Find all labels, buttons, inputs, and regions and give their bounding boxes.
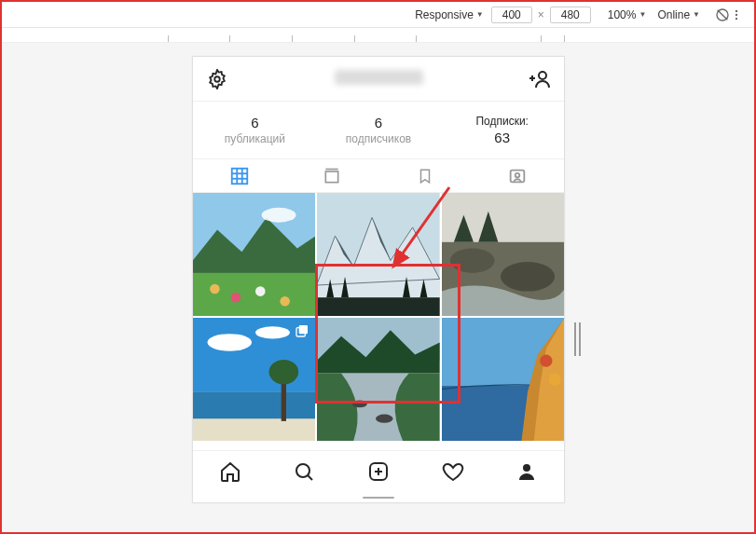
svg-point-62 <box>296 464 309 477</box>
browser-devtools-frame: Responsive ▼ 400 × 480 100% ▼ Online ▼ <box>0 0 756 534</box>
svg-point-48 <box>269 360 299 384</box>
svg-point-43 <box>208 334 253 350</box>
home-icon <box>219 460 241 483</box>
viewport-width-input[interactable]: 400 <box>491 7 532 23</box>
discover-people-button[interactable] <box>527 68 553 90</box>
svg-point-17 <box>515 173 520 178</box>
photo-thumbnail <box>442 318 564 441</box>
dropdown-caret-icon: ▼ <box>693 10 700 19</box>
devtools-toolbar: Responsive ▼ 400 × 480 100% ▼ Online ▼ <box>2 2 754 28</box>
svg-point-3 <box>735 13 737 15</box>
svg-point-55 <box>376 415 392 423</box>
search-icon <box>293 460 315 483</box>
grid-photo-3[interactable] <box>442 193 564 316</box>
resize-handle-icon[interactable] <box>574 322 581 356</box>
photo-thumbnail <box>193 193 315 316</box>
svg-rect-16 <box>511 171 525 183</box>
nav-new-post[interactable] <box>360 460 397 483</box>
bookmark-icon <box>417 167 433 185</box>
stat-posts[interactable]: 6 публикаций <box>193 102 317 158</box>
svg-rect-47 <box>282 379 286 421</box>
stat-following[interactable]: Подписки: 63 <box>440 102 564 158</box>
heart-icon <box>442 460 464 483</box>
svg-point-54 <box>352 400 367 407</box>
svg-point-39 <box>501 262 555 292</box>
grid-photo-6[interactable] <box>442 318 564 441</box>
nav-activity[interactable] <box>434 460 472 483</box>
grid-photo-2[interactable] <box>317 193 439 316</box>
svg-rect-14 <box>326 171 338 183</box>
grid-photo-5[interactable] <box>317 318 439 441</box>
profile-stats: 6 публикаций 6 подписчиков Подписки: 63 <box>193 102 564 159</box>
tagged-icon <box>507 166 528 186</box>
device-preset-label: Responsive <box>415 8 474 21</box>
svg-rect-49 <box>299 325 308 334</box>
svg-point-2 <box>735 9 737 11</box>
tab-grid[interactable] <box>193 159 286 192</box>
device-preset-dropdown[interactable]: Responsive ▼ <box>415 8 484 21</box>
svg-rect-45 <box>193 391 315 422</box>
photo-thumbnail <box>317 318 439 441</box>
stat-followers-label: подписчиков <box>346 132 411 145</box>
svg-point-25 <box>262 208 296 223</box>
dropdown-caret-icon: ▼ <box>476 10 484 19</box>
tab-tagged[interactable] <box>472 159 565 192</box>
settings-button[interactable] <box>204 69 230 89</box>
bottom-nav <box>193 450 564 491</box>
svg-line-63 <box>308 475 312 480</box>
emulated-viewport: 6 публикаций 6 подписчиков Подписки: 63 <box>192 56 565 503</box>
svg-point-22 <box>231 293 241 303</box>
ruler <box>2 28 754 43</box>
plus-square-icon <box>367 460 390 483</box>
stat-following-value: 63 <box>494 130 510 145</box>
svg-point-4 <box>735 17 737 19</box>
network-throttle-dropdown[interactable]: Online ▼ <box>657 8 700 21</box>
viewport-height-input[interactable]: 480 <box>550 7 591 23</box>
profile-header <box>193 57 564 102</box>
svg-point-60 <box>540 355 552 367</box>
grid-photo-4[interactable] <box>193 318 315 441</box>
rotate-orientation-button[interactable] <box>715 7 730 22</box>
svg-point-44 <box>255 326 290 338</box>
svg-rect-31 <box>317 297 439 316</box>
svg-point-67 <box>523 464 530 472</box>
tab-feed[interactable] <box>286 159 379 192</box>
nav-profile[interactable] <box>508 460 545 483</box>
svg-rect-9 <box>232 169 248 185</box>
photo-grid <box>193 193 564 450</box>
svg-point-61 <box>548 373 560 385</box>
svg-rect-20 <box>193 273 315 316</box>
nav-home[interactable] <box>212 460 249 483</box>
svg-point-6 <box>539 72 546 79</box>
svg-point-23 <box>255 286 266 296</box>
dropdown-caret-icon: ▼ <box>639 10 646 19</box>
svg-point-38 <box>450 248 495 272</box>
profile-view-tabs <box>193 159 564 193</box>
photo-thumbnail <box>317 193 439 316</box>
grid-photo-1[interactable] <box>193 193 315 316</box>
more-options-button[interactable] <box>730 8 747 21</box>
stat-followers-value: 6 <box>375 115 382 130</box>
feed-icon <box>323 167 341 185</box>
gear-icon <box>207 69 227 89</box>
username-redacted <box>335 70 423 85</box>
dimension-separator: × <box>538 8 544 21</box>
svg-point-24 <box>280 296 290 307</box>
svg-point-21 <box>210 284 220 294</box>
device-viewport-area: 6 публикаций 6 подписчиков Подписки: 63 <box>2 43 754 532</box>
username-title <box>230 70 527 89</box>
svg-line-1 <box>718 9 728 20</box>
stat-followers[interactable]: 6 подписчиков <box>317 102 441 158</box>
network-value: Online <box>657 8 690 21</box>
drag-handle-icon <box>193 491 564 502</box>
svg-rect-46 <box>193 418 315 441</box>
photo-thumbnail <box>442 193 564 316</box>
nav-search[interactable] <box>285 460 323 483</box>
stat-posts-label: публикаций <box>225 132 285 145</box>
zoom-dropdown[interactable]: 100% ▼ <box>608 8 647 21</box>
svg-point-5 <box>214 76 220 82</box>
tab-saved[interactable] <box>378 159 472 192</box>
stat-posts-value: 6 <box>251 115 258 130</box>
multi-photo-icon <box>295 323 309 338</box>
add-person-icon <box>529 68 551 90</box>
